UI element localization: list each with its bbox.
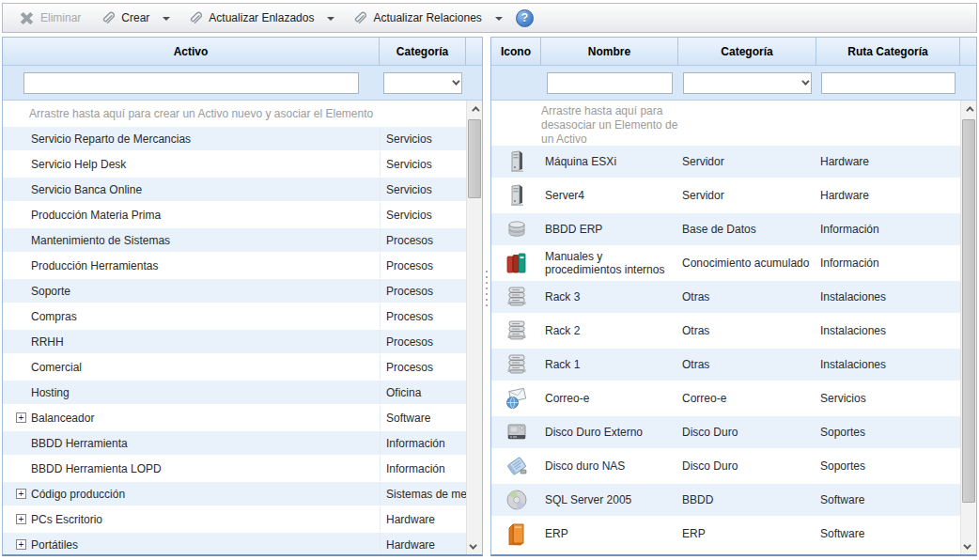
- column-header-icono[interactable]: Icono: [491, 38, 541, 65]
- update-linked-button-label: Actualizar Enlazados: [209, 11, 314, 24]
- update-linked-button[interactable]: Actualizar Enlazados: [179, 7, 321, 29]
- create-dropdown-caret-icon[interactable]: [163, 17, 170, 21]
- activo-table-row[interactable]: + Balanceador Software: [3, 405, 466, 430]
- activo-table-row[interactable]: + Producción Materia Prima Servicios: [3, 202, 466, 227]
- paperclip-icon: [100, 10, 115, 25]
- rack-icon: [491, 352, 541, 377]
- elemento-categoria: Servidor: [678, 189, 816, 202]
- elemento-table-row[interactable]: Rack 1 Otras Instalaciones: [491, 348, 960, 381]
- activo-table-row[interactable]: + PCs Escritorio Hardware: [3, 506, 466, 532]
- activo-cell: + Portátiles: [3, 538, 380, 552]
- ruta-categoria-filter-input[interactable]: [821, 72, 956, 94]
- update-relations-dropdown-caret-icon[interactable]: [495, 17, 503, 21]
- elemento-categoria: ERP: [678, 527, 816, 540]
- activo-table-row[interactable]: + Hosting Oficina: [3, 380, 466, 405]
- help-icon[interactable]: ?: [516, 9, 534, 27]
- delete-button-label: Eliminar: [40, 11, 81, 24]
- activos-drop-zone[interactable]: Arrastre hasta aquí para crear un Activo…: [3, 101, 466, 126]
- nombre-filter-input[interactable]: [547, 72, 673, 94]
- categoria-cell: Procesos: [380, 253, 466, 278]
- elementos-panel: Icono Nombre Categoría Ruta Categoría: [490, 37, 977, 556]
- elemento-table-row[interactable]: ERP ERP Software: [491, 517, 960, 551]
- main-area: Activo Categoría Arrastre hasta aquí par…: [2, 37, 977, 556]
- update-relations-button-label: Actualizar Relaciones: [373, 11, 481, 24]
- activo-name: Balanceador: [31, 412, 94, 425]
- activo-filter-input[interactable]: [23, 72, 359, 94]
- scrollbar-thumb[interactable]: [962, 119, 975, 503]
- scroll-down-icon[interactable]: [467, 538, 482, 554]
- elementos-header-row: Icono Nombre Categoría Ruta Categoría: [491, 38, 976, 66]
- activo-table-row[interactable]: + Compras Procesos: [3, 303, 466, 329]
- activo-table-row[interactable]: + Servicio Help Desk Servicios: [3, 151, 466, 177]
- activo-table-row[interactable]: + Mantenimiento de Sistemas Procesos: [3, 227, 466, 253]
- column-header-categoria2[interactable]: Categoría: [678, 38, 816, 65]
- scroll-up-icon[interactable]: [467, 101, 482, 117]
- elemento-table-row[interactable]: SQL Server 2005 BBDD Software: [491, 483, 960, 517]
- rack-icon: [491, 285, 541, 309]
- elemento-table-row[interactable]: Máquina ESXi Servidor Hardware: [491, 145, 960, 179]
- elemento-nombre: Máquina ESXi: [541, 153, 678, 170]
- activo-table-row[interactable]: + Producción Herramientas Procesos: [3, 253, 466, 278]
- elemento-categoria: Base de Datos: [678, 223, 816, 236]
- activo-cell: + BBDD Herramienta: [3, 437, 380, 450]
- elemento-table-row[interactable]: Disco duro NAS Disco Duro Soportes: [491, 449, 960, 483]
- expand-plus-icon[interactable]: +: [16, 539, 26, 550]
- activos-panel: Activo Categoría Arrastre hasta aquí par…: [2, 37, 483, 556]
- elemento-table-row[interactable]: Manuales y procedimientos internos Conoc…: [491, 246, 960, 280]
- update-relations-button[interactable]: Actualizar Relaciones: [344, 7, 489, 29]
- elemento-ruta-categoria: Soportes: [816, 459, 960, 473]
- categoria-filter-select[interactable]: [383, 72, 462, 94]
- column-header-ruta-categoria[interactable]: Ruta Categoría: [816, 38, 960, 65]
- expand-plus-icon[interactable]: +: [16, 514, 26, 524]
- column-header-spacer: [960, 38, 976, 65]
- activos-scrollbar[interactable]: [466, 101, 482, 554]
- activo-table-row[interactable]: + Soporte Procesos: [3, 278, 466, 303]
- expand-plus-icon[interactable]: +: [16, 489, 26, 499]
- activo-name: Servicio Reparto de Mercancias: [31, 132, 191, 146]
- elemento-table-row[interactable]: Rack 3 Otras Instalaciones: [491, 280, 960, 314]
- column-header-categoria[interactable]: Categoría: [380, 38, 466, 65]
- activo-cell: + Compras: [3, 310, 380, 323]
- elementos-drop-zone[interactable]: Arrastre hasta aquí para desasociar un E…: [491, 101, 960, 145]
- elemento-nombre: SQL Server 2005: [541, 491, 678, 508]
- column-header-activo[interactable]: Activo: [3, 38, 380, 65]
- panel-splitter[interactable]: [483, 37, 490, 556]
- scrollbar-thumb[interactable]: [468, 119, 481, 198]
- elemento-nombre: Rack 1: [541, 356, 678, 373]
- activo-cell: + PCs Escritorio: [3, 513, 380, 526]
- activo-table-row[interactable]: + Portátiles Hardware: [3, 532, 466, 554]
- scroll-up-icon[interactable]: [961, 101, 976, 117]
- activo-cell: + Hosting: [3, 386, 380, 399]
- activo-table-row[interactable]: + BBDD Herramienta LOPD Información: [3, 456, 466, 481]
- elementos-scrollbar[interactable]: [960, 101, 976, 554]
- elemento-table-row[interactable]: Disco Duro Externo Disco Duro Soportes: [491, 415, 960, 449]
- activo-name: Servicio Help Desk: [31, 158, 126, 171]
- activo-table-row[interactable]: + RRHH Procesos: [3, 329, 466, 354]
- activo-cell: + Balanceador: [3, 412, 380, 425]
- activo-table-row[interactable]: + Servicio Banca Online Servicios: [3, 177, 466, 202]
- elemento-ruta-categoria: Software: [816, 527, 960, 540]
- categoria2-filter-select[interactable]: [683, 72, 812, 94]
- expand-plus-icon[interactable]: +: [16, 412, 26, 423]
- nas-disk-icon: [491, 454, 541, 478]
- update-linked-dropdown-caret-icon[interactable]: [327, 17, 334, 21]
- erp-box-icon: [491, 521, 541, 546]
- categoria-cell: Servicios: [380, 151, 466, 177]
- activo-table-row[interactable]: + BBDD Herramienta Información: [3, 430, 466, 456]
- cd-icon: [491, 488, 541, 512]
- create-button[interactable]: Crear: [92, 7, 157, 29]
- elemento-categoria: Otras: [678, 290, 816, 303]
- asset-relations-window: Eliminar Crear Actualizar Enlazados: [0, 0, 979, 560]
- activo-name: PCs Escritorio: [31, 513, 102, 526]
- column-header-nombre[interactable]: Nombre: [541, 38, 678, 65]
- elemento-table-row[interactable]: Server4 Servidor Hardware: [491, 179, 960, 212]
- elemento-ruta-categoria: Soportes: [816, 426, 960, 439]
- activo-table-row[interactable]: + Servicio Reparto de Mercancias Servici…: [3, 126, 466, 151]
- elemento-table-row[interactable]: Rack 2 Otras Instalaciones: [491, 314, 960, 348]
- elemento-table-row[interactable]: Correo-e Correo-e Servicios: [491, 381, 960, 415]
- delete-button[interactable]: Eliminar: [12, 8, 88, 29]
- activo-table-row[interactable]: + Código producción Sistemas de medición: [3, 481, 466, 506]
- elemento-table-row[interactable]: BBDD ERP Base de Datos Información: [491, 212, 960, 246]
- scroll-down-icon[interactable]: [961, 538, 976, 554]
- activo-table-row[interactable]: + Comercial Procesos: [3, 354, 466, 380]
